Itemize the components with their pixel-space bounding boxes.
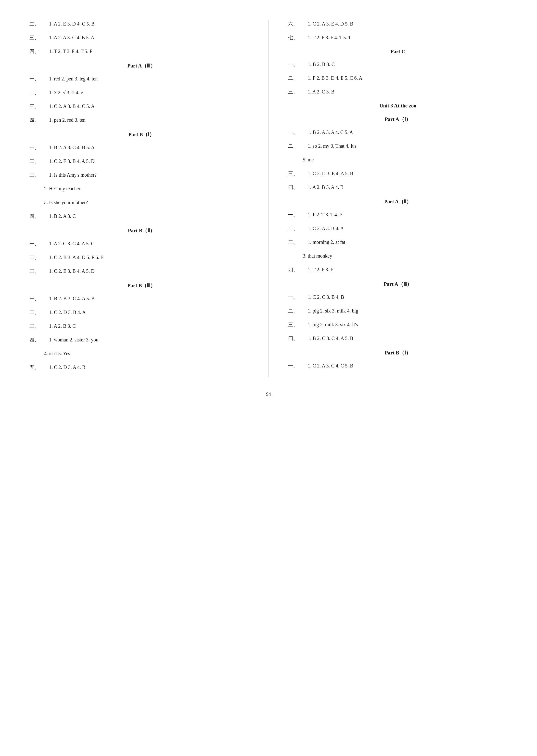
- line-content: 1. Is this Amy's mother?: [49, 171, 254, 179]
- answer-line: 三、1. Is this Amy's mother?: [29, 171, 254, 179]
- answer-line: 二、1. C 2. D 3. B 4. A: [29, 308, 254, 316]
- line-prefix: 三、: [288, 238, 308, 246]
- answer-line: 三、1. big 2. milk 3. six 4. It's: [288, 320, 508, 329]
- content-columns: 二、1. A 2. E 3. D 4. C 5. B三、1. A 2. A 3.…: [29, 20, 508, 377]
- line-content: 1. C 2. A 3. E 4. D 5. B: [308, 20, 508, 28]
- answer-line: 二、1. C 2. B 3. A 4. D 5. F 6. E: [29, 253, 254, 262]
- line-prefix: 一、: [288, 60, 308, 68]
- line-prefix: 二、: [29, 157, 49, 165]
- answer-line: 六、1. C 2. A 3. E 4. D 5. B: [288, 20, 508, 28]
- line-prefix: 四、: [288, 183, 308, 191]
- line-prefix: 一、: [288, 210, 308, 219]
- answer-line: 二、1. so 2. my 3. That 4. It's: [288, 142, 508, 150]
- answer-indent-line: 2. He's my teacher.: [44, 185, 254, 193]
- answer-line: 四、1. woman 2. sister 3. you: [29, 336, 254, 344]
- answer-line: 三、1. A 2. A 3. C 4. B 5. A: [29, 33, 254, 42]
- answer-indent-line: 3. that monkey: [303, 252, 508, 260]
- answer-line: 一、1. B 2. B 3. C: [288, 60, 508, 68]
- section-header: Part A（Ⅱ）: [288, 198, 508, 205]
- answer-line: 四、1. A 2. B 3. A 4. B: [288, 183, 508, 191]
- line-prefix: 三、: [29, 102, 49, 110]
- answer-line: 三、1. A 2. C 3. B: [288, 88, 508, 96]
- answer-line: 五、1. C 2. D 3. A 4. B: [29, 363, 254, 371]
- line-prefix: 三、: [29, 322, 49, 330]
- line-content: 1. C 2. E 3. B 4. A 5. D: [49, 267, 254, 275]
- line-content: 1. T 2. F 3. F 4. T 5. T: [308, 33, 508, 42]
- line-content: 1. A 2. A 3. C 4. B 5. A: [49, 33, 254, 42]
- section-header: Part C: [288, 49, 508, 55]
- line-prefix: 一、: [29, 239, 49, 248]
- answer-line: 二、1. A 2. E 3. D 4. C 5. B: [29, 20, 254, 28]
- line-content: 1. B 2. C 3. C 4. A 5. B: [308, 334, 508, 342]
- line-content: 1. C 2. A 3. B 4. C 5. A: [49, 102, 254, 110]
- answer-line: 四、1. T 2. F 3. F: [288, 266, 508, 274]
- line-prefix: 二、: [288, 74, 308, 82]
- answer-line: 一、1. B 2. B 3. C 4. A 5. B: [29, 294, 254, 303]
- answer-indent-line: 4. isn't 5. Yes: [44, 349, 254, 357]
- line-content: 1. C 2. B 3. A 4. D 5. F 6. E: [49, 253, 254, 262]
- line-prefix: 一、: [29, 294, 49, 303]
- section-header: Part A（Ⅲ）: [288, 281, 508, 287]
- answer-line: 一、1. C 2. A 3. C 4. C 5. B: [288, 361, 508, 370]
- line-prefix: 六、: [288, 20, 308, 28]
- line-prefix: 七、: [288, 33, 308, 42]
- answer-line: 二、1. F 2. B 3. D 4. E 5. C 6. A: [288, 74, 508, 82]
- line-prefix: 三、: [288, 320, 308, 329]
- line-prefix: 一、: [29, 143, 49, 151]
- line-content: 1. morning 2. at fat: [308, 238, 508, 246]
- line-content: 1. T 2. T 3. F 4. T 5. F: [49, 47, 254, 56]
- line-content: 1. B 2. A 3. C: [49, 212, 254, 220]
- line-prefix: 一、: [288, 361, 308, 370]
- answer-indent-line: 5. me: [303, 155, 508, 164]
- line-content: 1. C 2. A 3. B 4. A: [308, 224, 508, 232]
- line-content: 1. B 2. A 3. A 4. C 5. A: [308, 128, 508, 136]
- line-content: 1. red 2. pen 3. leg 4. ten: [49, 74, 254, 83]
- line-prefix: 三、: [29, 33, 49, 42]
- answer-line: 二、1. C 2. E 3. B 4. A 5. D: [29, 157, 254, 165]
- answer-line: 一、1. A 2. C 3. C 4. A 5. C: [29, 239, 254, 248]
- section-header: Part A（Ⅰ）: [288, 116, 508, 123]
- section-header: Part B（Ⅰ）: [29, 131, 254, 138]
- answer-indent-line: 3. Is she your mother?: [44, 198, 254, 207]
- line-prefix: 三、: [288, 169, 308, 178]
- answer-line: 一、1. B 2. A 3. C 4. B 5. A: [29, 143, 254, 151]
- line-prefix: 一、: [29, 74, 49, 83]
- answer-line: 三、1. C 2. D 3. E 4. A 5. B: [288, 169, 508, 178]
- line-content: 1. A 2. C 3. C 4. A 5. C: [49, 239, 254, 248]
- answer-line: 一、1. F 2. T 3. T 4. F: [288, 210, 508, 219]
- line-prefix: 二、: [29, 253, 49, 262]
- line-prefix: 五、: [29, 363, 49, 371]
- answer-line: 二、1. pig 2. six 3. milk 4. big: [288, 307, 508, 315]
- line-prefix: 二、: [29, 88, 49, 97]
- line-content: 1. × 2. √ 3. × 4. √: [49, 88, 254, 97]
- line-prefix: 四、: [29, 212, 49, 220]
- line-content: 1. pen 2. red 3. ten: [49, 116, 254, 124]
- answer-line: 一、1. B 2. A 3. A 4. C 5. A: [288, 128, 508, 136]
- line-prefix: 二、: [29, 308, 49, 316]
- line-prefix: 二、: [288, 224, 308, 232]
- section-header: Part B（Ⅰ）: [288, 349, 508, 356]
- answer-line: 三、1. C 2. A 3. B 4. C 5. A: [29, 102, 254, 110]
- section-header: Part A（Ⅲ）: [29, 62, 254, 69]
- line-prefix: 一、: [288, 293, 308, 301]
- line-content: 1. B 2. A 3. C 4. B 5. A: [49, 143, 254, 151]
- line-content: 1. A 2. B 3. A 4. B: [308, 183, 508, 191]
- answer-line: 三、1. morning 2. at fat: [288, 238, 508, 246]
- line-content: 1. B 2. B 3. C: [308, 60, 508, 68]
- answer-line: 二、1. C 2. A 3. B 4. A: [288, 224, 508, 232]
- line-content: 1. A 2. E 3. D 4. C 5. B: [49, 20, 254, 28]
- line-prefix: 三、: [29, 267, 49, 275]
- line-prefix: 四、: [29, 47, 49, 56]
- line-content: 1. C 2. D 3. A 4. B: [49, 363, 254, 371]
- line-prefix: 四、: [288, 266, 308, 274]
- answer-line: 四、1. B 2. A 3. C: [29, 212, 254, 220]
- answer-line: 一、1. C 2. C 3. B 4. B: [288, 293, 508, 301]
- line-prefix: 二、: [288, 142, 308, 150]
- line-prefix: 二、: [29, 20, 49, 28]
- answer-line: 一、1. red 2. pen 3. leg 4. ten: [29, 74, 254, 83]
- line-content: 1. woman 2. sister 3. you: [49, 336, 254, 344]
- line-content: 1. F 2. T 3. T 4. F: [308, 210, 508, 219]
- line-prefix: 三、: [288, 88, 308, 96]
- answer-line: 七、1. T 2. F 3. F 4. T 5. T: [288, 33, 508, 42]
- page-number: 94: [29, 392, 508, 397]
